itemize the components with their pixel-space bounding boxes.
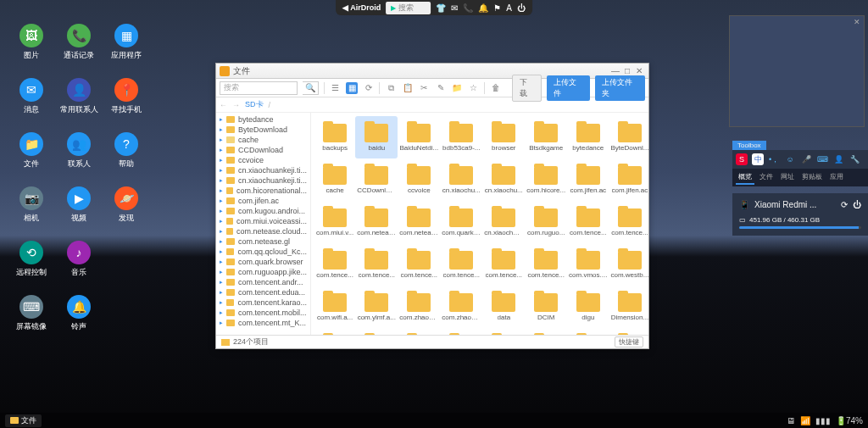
folder-item[interactable]: com.vmos....	[567, 243, 609, 286]
folder-item[interactable]: com.miui.v...	[314, 201, 355, 243]
folder-item[interactable]: DCIM	[525, 286, 567, 328]
grid-view-icon[interactable]: ▦	[346, 82, 357, 94]
folder-item[interactable]: com.ylmf.a...	[355, 286, 398, 328]
folder-item[interactable]: com.tence...	[440, 243, 482, 286]
phone-icon[interactable]: 📞	[463, 3, 473, 13]
folder-item[interactable]: com.hicore...	[525, 158, 567, 201]
folder-item[interactable]: data	[482, 286, 525, 328]
close-button[interactable]: ✕	[633, 66, 645, 75]
tree-item[interactable]: ▸com.tencent.mt_K...	[216, 318, 310, 328]
folder-item[interactable]: backups	[314, 116, 355, 158]
folder-item[interactable]: browser	[482, 116, 525, 158]
desktop-icon-音乐[interactable]: ♪音乐	[58, 241, 100, 278]
tree-item[interactable]: ▸com.hicorenational...	[216, 186, 310, 196]
top-search[interactable]: ▶搜索	[386, 2, 431, 14]
cn-icon[interactable]: 中	[752, 153, 764, 165]
copy-icon[interactable]: ⧉	[385, 82, 396, 94]
folder-item[interactable]: com.tence...	[314, 243, 355, 286]
folder-item[interactable]: Dividan	[314, 328, 355, 335]
keyboard-icon[interactable]: ⌨	[816, 153, 828, 165]
tree-item[interactable]: ▸cache	[216, 135, 310, 145]
power-icon[interactable]: ⏻	[517, 3, 526, 13]
folder-item[interactable]: com.zhaopi...	[398, 286, 440, 328]
folder-item[interactable]: com.quark....	[440, 201, 482, 243]
folder-item[interactable]: ByteDownl...	[609, 116, 648, 158]
desktop-icon-相机[interactable]: 📷相机	[10, 186, 53, 224]
desktop-icon-视频[interactable]: ▶视频	[58, 186, 100, 224]
folder-item[interactable]: ccvoice	[398, 158, 440, 201]
refresh-icon[interactable]: ⟳	[363, 82, 374, 94]
tree-item[interactable]: ▸com.miui.voiceassi...	[216, 216, 310, 226]
folder-item[interactable]: bytedance	[567, 116, 609, 158]
desktop-icon-帮助[interactable]: ?帮助	[105, 132, 147, 170]
mail-icon[interactable]: ✉	[451, 3, 458, 13]
desktop-icon-联系人[interactable]: 👥联系人	[58, 132, 100, 170]
folder-item[interactable]: com.wifi.a...	[314, 286, 355, 328]
tree-item[interactable]: ▸com.tencent.andr...	[216, 277, 310, 287]
toolbox-tab[interactable]: 概览	[736, 170, 754, 185]
folder-item[interactable]: dnschache	[398, 328, 440, 335]
taskbar-item-files[interactable]: 文件	[5, 414, 42, 427]
desktop-icon-通话记录[interactable]: 📞通话记录	[58, 24, 100, 61]
cut-icon[interactable]: ✂	[418, 82, 429, 94]
file-search-input[interactable]: 搜索	[220, 81, 298, 95]
folder-item[interactable]: com.neteas...	[398, 201, 440, 243]
desktop-icon-常用联系人[interactable]: 👤常用联系人	[58, 78, 100, 115]
airdroid-logo[interactable]: ◀ AirDroid	[342, 3, 381, 12]
flag-icon[interactable]: ⚑	[493, 3, 501, 13]
tree-item[interactable]: ▸com.netease.cloud...	[216, 226, 310, 236]
tree-item[interactable]: ▸com.jifen.ac	[216, 196, 310, 206]
folder-item[interactable]: digu	[567, 286, 609, 328]
desktop-icon-屏幕镜像[interactable]: ⌨屏幕镜像	[10, 295, 53, 332]
star-icon[interactable]: ☆	[468, 82, 479, 94]
back-icon[interactable]: ←	[220, 101, 227, 109]
folder-item[interactable]: cn.xiaochu...	[440, 158, 482, 201]
tree-item[interactable]: ▸cn.xiaochuankeji.ti...	[216, 165, 310, 175]
tshirt-icon[interactable]: 👕	[436, 3, 446, 13]
folder-item[interactable]: com.neteas...	[355, 201, 398, 243]
monitor-icon[interactable]: 🖥	[787, 416, 795, 425]
tree-item[interactable]: ▸com.kugou.androi...	[216, 206, 310, 216]
shortcut-hint[interactable]: 快捷键	[615, 336, 643, 347]
close-icon[interactable]: ✕	[854, 18, 860, 26]
desktop-icon-铃声[interactable]: 🔔铃声	[58, 295, 100, 332]
ime-icon[interactable]: S	[736, 153, 748, 165]
desktop-icon-图片[interactable]: 🖼图片	[10, 24, 53, 61]
minimize-button[interactable]: —	[609, 66, 621, 75]
folder-item[interactable]: cn.xiaochu...	[482, 158, 525, 201]
rename-icon[interactable]: ✎	[435, 82, 446, 94]
punct-icon[interactable]: •，	[768, 153, 780, 165]
tree-item[interactable]: ▸com.netease.gl	[216, 236, 310, 247]
folder-item[interactable]: Download	[482, 328, 525, 335]
tree-item[interactable]: ▸com.qq.qcloud_Kc...	[216, 247, 310, 257]
refresh-icon[interactable]: ⟳	[841, 200, 848, 209]
folder-item[interactable]: com.ruguo...	[525, 201, 567, 243]
folder-item[interactable]: Evershoho...	[609, 328, 648, 335]
folder-item[interactable]: com.zhaopi...	[440, 286, 482, 328]
search-icon[interactable]: 🔍	[303, 81, 319, 95]
mic-icon[interactable]: 🎤	[800, 153, 812, 165]
toolbox-tab[interactable]: 文件	[757, 170, 776, 185]
desktop-icon-消息[interactable]: ✉消息	[10, 78, 53, 115]
folder-item[interactable]: Btsdkgame	[525, 116, 567, 158]
maximize-button[interactable]: □	[621, 66, 633, 75]
folder-item[interactable]: com.jifen.ac	[609, 158, 648, 201]
power-icon[interactable]: ⏻	[853, 200, 861, 209]
folder-item[interactable]: com.tence...	[609, 201, 648, 243]
wifi-icon[interactable]: 📶	[800, 416, 810, 425]
folder-item[interactable]: com.jifen.ac	[567, 158, 609, 201]
folder-item[interactable]: com.westb...	[609, 243, 648, 286]
folder-item[interactable]: BaiduNetdi...	[398, 116, 440, 158]
folder-item[interactable]: CCDownload	[355, 158, 398, 201]
desktop-icon-应用程序[interactable]: ▦应用程序	[105, 24, 147, 61]
tree-item[interactable]: ▸com.tencent.edua...	[216, 287, 310, 297]
tree-item[interactable]: ▸ByteDownload	[216, 125, 310, 135]
toolbox-tab[interactable]: 应用	[827, 170, 846, 185]
upload-file-button[interactable]: 上传文件	[547, 75, 590, 101]
forward-icon[interactable]: →	[232, 101, 240, 109]
signal-icon[interactable]: ▮▮▮	[815, 416, 831, 425]
battery-icon[interactable]: 🔋74%	[836, 416, 863, 425]
delete-icon[interactable]: 🗑	[490, 82, 501, 94]
folder-item[interactable]: com.tence...	[398, 243, 440, 286]
desktop-icon-远程控制[interactable]: ⟲远程控制	[10, 241, 53, 278]
